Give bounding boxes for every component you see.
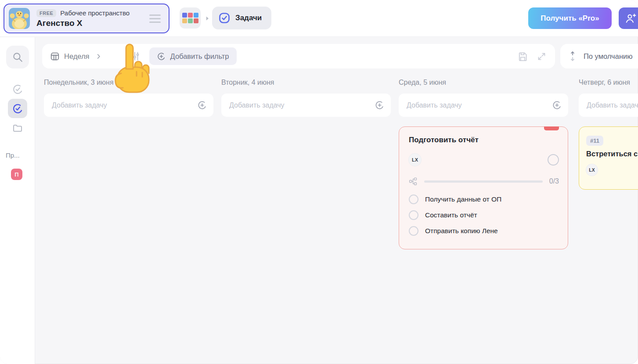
sort-updown-icon	[569, 50, 576, 62]
workspace-avatar	[9, 8, 30, 29]
assignee-avatar: LX	[586, 164, 598, 176]
sort-control[interactable]: По умолчанию	[560, 44, 638, 68]
column-wednesday: Среда, 5 июня	[399, 79, 568, 117]
tab-tasks[interactable]: Задачи	[212, 7, 271, 29]
plan-badge: FREE	[36, 9, 56, 17]
checklist-item-label: Отправить копию Лене	[425, 227, 498, 235]
add-task-field[interactable]	[221, 94, 391, 117]
add-filter-label: Добавить фильтр	[170, 52, 229, 61]
app-window: FREE Рабочее пространство Агенство X	[0, 0, 638, 364]
check-circle-icon	[12, 103, 23, 114]
search-icon	[12, 51, 23, 63]
tasks-check-icon	[218, 12, 231, 24]
folder-icon	[12, 123, 23, 133]
column-tuesday: Вторник, 4 июня	[221, 79, 391, 117]
column-monday: Понедельник, 3 июня	[44, 79, 213, 117]
checklist-item-label: Составить отчёт	[425, 211, 477, 219]
add-task-field[interactable]	[44, 94, 213, 117]
task-id-badge: #11	[586, 136, 603, 146]
add-task-input[interactable]	[44, 94, 213, 117]
filter-bar: Неделя Добавить фильтр	[42, 44, 555, 68]
checklist-progress-bar	[424, 180, 543, 183]
save-view-icon[interactable]	[518, 51, 528, 61]
add-task-plus-icon[interactable]	[552, 100, 562, 110]
add-task-field[interactable]	[579, 94, 638, 117]
task-card-report[interactable]: Подготовить отчёт LX 0/3 Получить данные…	[399, 126, 568, 249]
search-button[interactable]	[6, 46, 29, 68]
task-title: Подготовить отчёт	[409, 136, 559, 144]
view-mode-label[interactable]: Неделя	[64, 52, 90, 61]
add-task-input[interactable]	[579, 94, 638, 117]
add-task-plus-icon[interactable]	[197, 100, 207, 110]
workspace-name: Агенство X	[36, 18, 130, 28]
task-title: Встретиться с	[586, 150, 638, 158]
sort-label: По умолчанию	[584, 52, 633, 61]
tab-tasks-label: Задачи	[235, 14, 262, 22]
column-title: Вторник, 4 июня	[221, 79, 391, 88]
column-title: Среда, 5 июня	[399, 79, 568, 88]
check-circle-icon	[12, 84, 23, 95]
workspace-label: Рабочее пространство	[60, 9, 130, 17]
checklist-item: Составить отчёт	[409, 210, 559, 220]
add-filter-button[interactable]: Добавить фильтр	[149, 47, 237, 65]
person-plus-icon	[625, 13, 636, 24]
projects-section-label: Пр...	[6, 151, 20, 159]
add-task-plus-icon[interactable]	[375, 100, 385, 110]
circle-plus-icon	[157, 52, 166, 61]
apps-grid-button[interactable]	[180, 7, 201, 29]
priority-notch	[544, 126, 559, 130]
workspace-menu-icon[interactable]	[148, 13, 162, 25]
week-board-icon	[50, 51, 60, 61]
sidebar-item-projects[interactable]	[0, 123, 35, 133]
checklist-checkbox[interactable]	[409, 195, 418, 204]
sidebar-item-done-tasks[interactable]	[0, 84, 35, 95]
workspace-selector[interactable]: FREE Рабочее пространство Агенство X	[4, 4, 169, 33]
workspace-meta: FREE Рабочее пространство Агенство X	[36, 9, 130, 28]
column-title: Четверг, 6 июня	[579, 79, 638, 88]
sidebar-item-tasks-active[interactable]	[8, 99, 27, 118]
column-thursday: Четверг, 6 июня	[576, 79, 638, 117]
task-card-meeting[interactable]: #11 Встретиться с LX	[579, 126, 638, 190]
task-complete-checkbox[interactable]	[548, 154, 559, 166]
topbar: FREE Рабочее пространство Агенство X	[0, 0, 638, 37]
checklist-item: Отправить копию Лене	[409, 226, 559, 236]
checklist-item: Получить данные от ОП	[409, 195, 559, 204]
checklist-checkbox[interactable]	[409, 210, 418, 220]
checklist-checkbox[interactable]	[409, 226, 418, 236]
subtasks-icon	[409, 177, 418, 186]
add-task-input[interactable]	[221, 94, 391, 117]
assignee-avatar: LX	[409, 154, 421, 166]
expand-icon[interactable]	[537, 52, 546, 61]
checklist-item-label: Получить данные от ОП	[425, 195, 501, 203]
add-task-field[interactable]	[399, 94, 568, 117]
apps-grid-icon	[182, 13, 198, 23]
column-title: Понедельник, 3 июня	[44, 79, 213, 88]
filter-sliders-icon[interactable]	[129, 50, 141, 62]
invite-user-button[interactable]	[619, 7, 638, 29]
project-avatar[interactable]: П	[11, 169, 22, 180]
checklist-progress-count: 0/3	[549, 177, 559, 185]
breadcrumb-chevron-icon	[203, 14, 211, 24]
get-pro-button[interactable]: Получить «Pro»	[528, 7, 612, 29]
add-task-input[interactable]	[399, 94, 568, 117]
checklist: Получить данные от ОП Составить отчёт От…	[409, 195, 559, 236]
view-chevron-icon[interactable]	[95, 53, 102, 60]
sidebar: Пр... П	[0, 37, 35, 364]
